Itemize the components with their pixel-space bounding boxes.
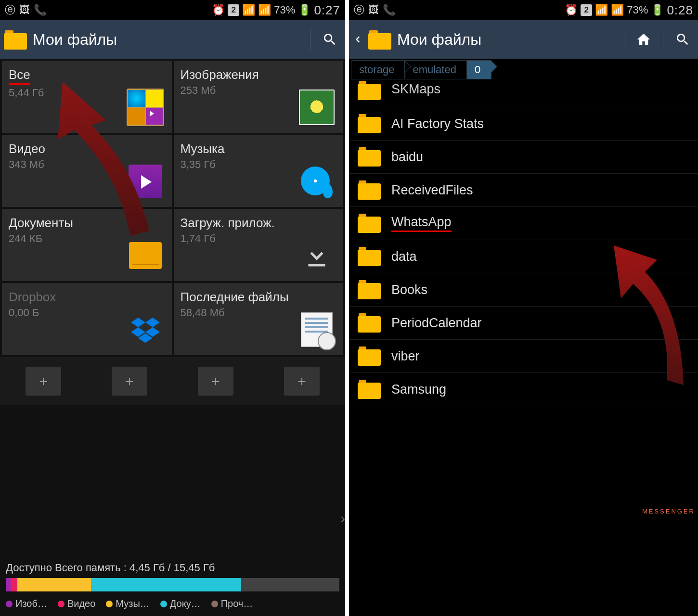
signal2-icon: 📶 [611, 4, 624, 16]
folder-name: Samsung [391, 382, 446, 397]
legend-item: Изоб… [6, 598, 47, 609]
tile-video[interactable]: Видео 343 Мб [2, 135, 172, 207]
search-button[interactable] [671, 28, 694, 51]
folder-name: data [391, 249, 417, 264]
folder-icon [358, 81, 381, 100]
folder-icon [358, 214, 381, 233]
folder-row[interactable]: SKMaps [349, 81, 698, 107]
clock-text: 0:27 [314, 3, 340, 18]
sim-badge: 2 [228, 4, 239, 16]
tile-recent[interactable]: Последние файлы 58,48 Мб [174, 283, 344, 355]
collage-icon [127, 89, 164, 126]
storage-panel: Доступно Всего память : 4,45 Гб / 15,45 … [0, 555, 345, 616]
folder-row[interactable]: baidu [349, 141, 698, 174]
battery-pct: 73% [627, 4, 648, 16]
tile-all-title: Все [9, 67, 30, 85]
folder-list: SKMapsAI Factory StatsbaiduReceivedFiles… [349, 81, 698, 616]
storage-legend: Изоб…ВидеоМузы…Доку…Проч… [6, 598, 339, 609]
breadcrumbs: storageemulated0 [349, 59, 698, 81]
folder-row[interactable]: ReceivedFiles [349, 174, 698, 207]
folder-icon [358, 313, 381, 333]
e-icon: ⓔ [5, 3, 15, 17]
doc-clock-icon [301, 312, 333, 347]
storage-label: Доступно Всего память : 4,45 Гб / 15,45 … [6, 562, 339, 574]
clock-text: 0:28 [667, 3, 693, 18]
crumb-storage[interactable]: storage [351, 60, 405, 79]
app-title-r: Мои файлы [397, 31, 616, 49]
flower-icon [299, 90, 335, 125]
alarm-icon: ⏰ [565, 4, 578, 16]
folder-icon [358, 280, 381, 299]
legend-item: Проч… [211, 598, 253, 609]
sim-badge: 2 [581, 4, 592, 16]
add-shortcut-1[interactable]: ＋ [26, 367, 61, 396]
battery-icon: 🔋 [651, 4, 664, 16]
alarm-icon: ⏰ [212, 4, 225, 16]
dropbox-icon [127, 311, 164, 348]
screen-left: ⓔ 🖼 📞 ⏰ 2 📶 📶 73% 🔋 0:27 Мои файлы Все 5… [0, 0, 349, 616]
folder-name: viber [391, 349, 420, 364]
app-title: Мои файлы [33, 31, 302, 49]
folder-name: Books [391, 282, 427, 297]
download-icon [298, 237, 336, 274]
folder-icon [358, 114, 381, 133]
battery-pct: 73% [274, 4, 295, 16]
music-icon [300, 165, 334, 198]
signal-icon: 📶 [242, 4, 255, 16]
signal2-icon: 📶 [258, 4, 271, 16]
folder-icon [358, 380, 381, 399]
folder-row[interactable]: AI Factory Stats [349, 107, 698, 141]
folder-row[interactable]: Samsung [349, 373, 698, 406]
phone-icon: 📞 [34, 4, 47, 16]
folder-name: AI Factory Stats [391, 116, 484, 131]
app-folder-icon [368, 29, 391, 50]
folder-name: SKMaps [391, 82, 440, 97]
folder-icon [358, 180, 381, 200]
phone-icon: 📞 [383, 4, 396, 16]
video-icon [129, 165, 162, 198]
search-button[interactable] [318, 28, 341, 51]
page-caret-icon: › [340, 510, 345, 526]
e-icon: ⓔ [354, 3, 364, 17]
tile-all[interactable]: Все 5,44 Гб [2, 61, 172, 133]
add-shortcut-4[interactable]: ＋ [284, 367, 320, 396]
folder-row[interactable]: Books [349, 273, 698, 307]
crumb-emulated[interactable]: emulated [404, 60, 467, 79]
category-grid: Все 5,44 Гб Изображения 253 Мб Видео 343… [0, 59, 345, 357]
add-shortcut-3[interactable]: ＋ [198, 367, 233, 396]
statusbar-r: ⓔ 🖼 📞 ⏰ 2 📶 📶 73% 🔋 0:28 [349, 0, 698, 20]
appbar-r: Мои файлы [349, 20, 698, 59]
tile-dropbox[interactable]: Dropbox 0,00 Б [2, 283, 172, 355]
legend-item: Музы… [106, 598, 149, 609]
app-folder-icon [4, 29, 27, 50]
picture-icon: 🖼 [19, 4, 30, 16]
storage-bar [6, 578, 339, 591]
add-shortcut-2[interactable]: ＋ [112, 367, 147, 396]
envelope-icon [129, 242, 162, 269]
folder-icon [358, 147, 381, 167]
folder-row[interactable]: WhatsApp [349, 207, 698, 240]
watermark: MESSENGER [642, 508, 695, 515]
folder-row[interactable]: data [349, 240, 698, 273]
tile-music[interactable]: Музыка 3,35 Гб [174, 135, 344, 207]
signal-icon: 📶 [595, 4, 608, 16]
crumb-0[interactable]: 0 [466, 60, 491, 79]
screen-right: ⓔ 🖼 📞 ⏰ 2 📶 📶 73% 🔋 0:28 Мои файлы stora… [349, 0, 698, 616]
folder-name: baidu [391, 150, 423, 165]
tile-images[interactable]: Изображения 253 Мб [174, 61, 344, 133]
folder-row[interactable]: viber [349, 340, 698, 373]
appbar: Мои файлы [0, 20, 345, 59]
folder-icon [358, 346, 381, 366]
statusbar: ⓔ 🖼 📞 ⏰ 2 📶 📶 73% 🔋 0:27 [0, 0, 345, 20]
folder-name: WhatsApp [391, 215, 452, 232]
picture-icon: 🖼 [368, 4, 379, 16]
tile-downloads[interactable]: Загруж. прилож. 1,74 Гб [174, 209, 344, 281]
back-button[interactable] [353, 30, 362, 49]
battery-icon: 🔋 [298, 4, 311, 16]
tile-documents[interactable]: Документы 244 КБ [2, 209, 172, 281]
shortcuts-bar: ＋ ＋ ＋ ＋ [0, 357, 345, 405]
legend-item: Видео [58, 598, 95, 609]
home-button[interactable] [632, 28, 655, 51]
folder-name: ReceivedFiles [391, 183, 473, 198]
folder-row[interactable]: PeriodCalendar [349, 307, 698, 340]
